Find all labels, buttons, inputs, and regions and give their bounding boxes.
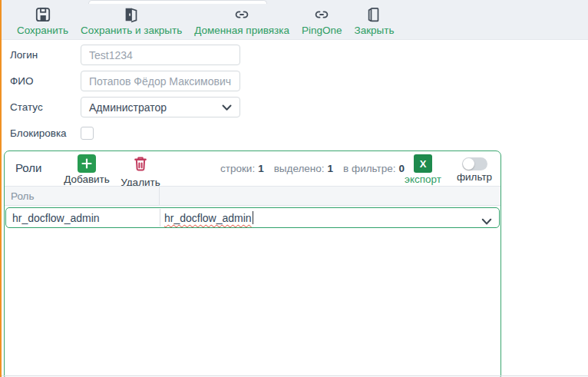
toolbar: Сохранить Сохранить и закрыть Доменная [0,0,588,40]
status-label: Статус [0,101,81,113]
role-editor[interactable]: hr_docflow_admin [164,208,253,227]
link-icon [233,5,251,24]
role-cell-text[interactable]: hr_docflow_admin [6,212,100,224]
status-select[interactable]: Администратор [81,97,240,117]
export-label: экспорт [405,174,441,185]
role-row-editing[interactable]: hr_docflow_admin hr_docflow_admin [5,207,500,228]
grid-header-row: Роль [5,186,500,206]
block-checkbox[interactable] [81,127,94,140]
roles-panel-title: Роли [15,161,42,174]
column-separator [159,187,160,205]
close-button[interactable]: Закрыть [354,5,394,36]
delete-role-button[interactable]: Удалить [114,154,167,188]
save-and-close-label: Сохранить и закрыть [81,25,182,36]
tab-strip [88,0,267,4]
login-row: Логин [0,45,330,65]
close-button-label: Закрыть [354,25,394,36]
status-value: Администратор [89,101,167,114]
fio-label: ФИО [0,75,81,87]
pingone-button[interactable]: PingOne [302,5,342,36]
roles-panel: Роли Добавить Удалить ст [4,150,501,377]
block-row: Блокировка [0,123,330,144]
floppy-save-icon [34,5,52,24]
selected-counter: выделено:1 [274,163,333,174]
window-bottom-edge [0,375,588,376]
rows-counter: строки:1 [220,163,264,174]
domain-binding-button[interactable]: Доменная привязка [194,5,289,36]
trash-icon [131,154,150,176]
fio-row: ФИО [0,71,330,91]
rows-count: 1 [258,163,264,174]
window-edge-accent [0,0,2,377]
fio-input[interactable] [81,71,240,91]
user-form: Логин ФИО Статус Администратор Блокировк… [0,40,330,144]
save-button[interactable]: Сохранить [17,5,68,36]
text-caret [253,211,254,224]
block-label: Блокировка [0,127,81,139]
status-row: Статус Администратор [0,97,330,117]
toggle-off-icon [462,157,487,170]
editor-separator [160,209,160,227]
door-exit-icon [122,5,140,24]
chevron-down-icon [222,101,232,114]
chevron-down-icon[interactable] [481,215,492,229]
add-role-label: Добавить [64,174,110,185]
save-and-close-button[interactable]: Сохранить и закрыть [81,5,182,36]
add-role-button[interactable]: Добавить [60,154,114,185]
selected-count: 1 [328,163,334,174]
plus-icon [78,154,96,173]
export-button[interactable]: X экспорт [396,154,450,185]
filter-label: фильтр [457,171,492,183]
roles-panel-header: Роли Добавить Удалить ст [5,151,500,186]
excel-export-icon: X [414,154,432,173]
save-button-label: Сохранить [17,25,68,36]
filter-toggle[interactable]: фильтр [448,154,501,183]
login-input[interactable] [81,45,240,65]
column-header-role[interactable]: Роль [5,190,35,202]
domain-binding-label: Доменная привязка [194,25,289,36]
grid-counters: строки:1 выделено:1 в фильтре:0 [220,163,405,174]
link-icon [312,5,331,24]
pingone-label: PingOne [302,25,342,36]
door-close-icon [365,5,383,24]
login-label: Логин [0,49,81,61]
role-editor-text[interactable]: hr_docflow_admin [164,212,252,224]
